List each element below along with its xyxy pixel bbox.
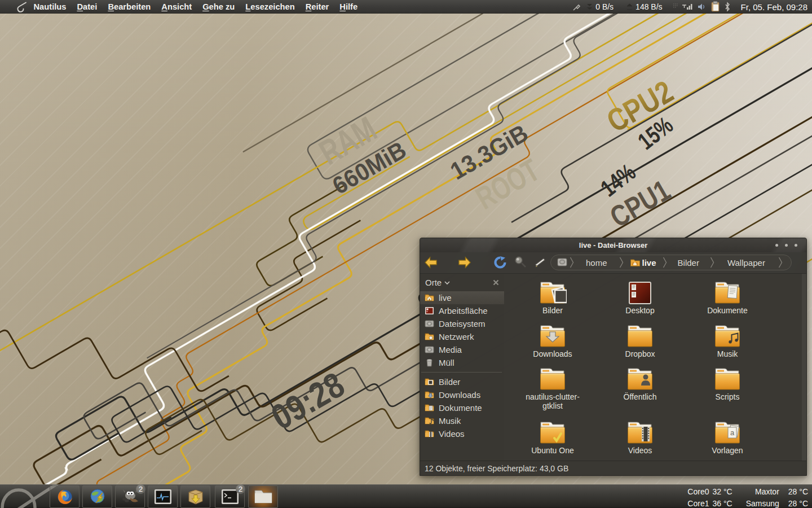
svg-text:a: a (730, 428, 735, 437)
